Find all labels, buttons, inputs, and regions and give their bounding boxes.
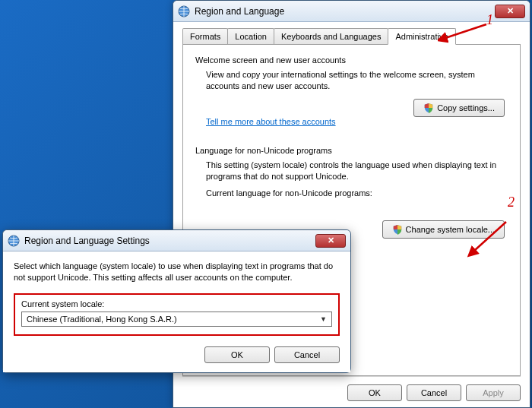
dialog-title: Region and Language Settings — [24, 236, 150, 246]
region-language-settings-dialog: Region and Language Settings ✕ Select wh… — [2, 229, 351, 373]
group-welcome-desc: View and copy your international setting… — [195, 69, 508, 93]
change-system-locale-button[interactable]: Change system locale... — [382, 220, 505, 239]
apply-button[interactable]: Apply — [466, 384, 521, 401]
copy-settings-label: Copy settings... — [437, 103, 495, 112]
tab-strip: Formats Location Keyboards and Languages… — [182, 28, 521, 45]
group-nonunicode: Language for non-Unicode programs This s… — [195, 146, 508, 239]
titlebar[interactable]: Region and Language Settings ✕ — [3, 230, 350, 251]
globe-icon — [8, 235, 20, 247]
group-nonunicode-desc: This setting (system locale) controls th… — [195, 160, 508, 183]
close-icon: ✕ — [507, 6, 514, 16]
copy-settings-button[interactable]: Copy settings... — [413, 99, 505, 117]
system-locale-value: Chinese (Traditional, Hong Kong S.A.R.) — [27, 315, 177, 324]
close-button[interactable]: ✕ — [315, 234, 346, 248]
ok-button[interactable]: OK — [347, 384, 402, 401]
group-welcome-title: Welcome screen and new user accounts — [195, 55, 508, 65]
close-icon: ✕ — [328, 236, 334, 245]
system-locale-dropdown[interactable]: Chinese (Traditional, Hong Kong S.A.R.) … — [21, 312, 332, 327]
current-language-label: Current language for non-Unicode program… — [195, 188, 508, 199]
titlebar[interactable]: Region and Language ✕ — [173, 1, 530, 22]
dialog-body: Select which language (system locale) to… — [3, 251, 350, 372]
tab-keyboards[interactable]: Keyboards and Languages — [274, 28, 389, 44]
shield-icon — [392, 224, 403, 235]
tab-formats[interactable]: Formats — [182, 28, 228, 44]
dialog-button-row: OK Cancel — [14, 346, 340, 363]
dialog-title: Region and Language — [195, 6, 284, 17]
ok-button[interactable]: OK — [204, 346, 270, 363]
system-locale-label: Current system locale: — [21, 299, 332, 308]
highlight-box: Current system locale: Chinese (Traditio… — [14, 293, 340, 336]
dialog-button-row: OK Cancel Apply — [182, 376, 521, 401]
cancel-button[interactable]: Cancel — [274, 346, 340, 363]
cancel-button[interactable]: Cancel — [407, 384, 461, 401]
tab-administrative[interactable]: Administrative — [388, 28, 455, 45]
globe-icon — [178, 5, 190, 17]
change-locale-label: Change system locale... — [406, 225, 495, 234]
group-nonunicode-title: Language for non-Unicode programs — [195, 146, 508, 155]
close-button[interactable]: ✕ — [495, 5, 525, 18]
tell-me-more-link[interactable]: Tell me more about these accounts — [206, 117, 336, 126]
locale-description: Select which language (system locale) to… — [14, 261, 340, 284]
shield-icon — [423, 103, 434, 113]
tab-location[interactable]: Location — [227, 28, 274, 44]
group-welcome: Welcome screen and new user accounts Vie… — [195, 55, 508, 132]
chevron-down-icon: ▼ — [320, 315, 327, 323]
